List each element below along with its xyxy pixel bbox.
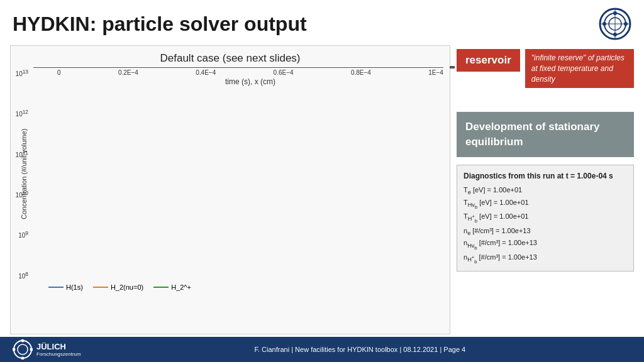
right-panel: reservoir "infinite reserve" of particle… [457, 45, 634, 334]
diag-line-ne: ne [#/cm³] = 1.00e+13 [464, 226, 627, 238]
svg-point-24 [13, 348, 16, 351]
reservoir-label: reservoir [465, 54, 511, 67]
svg-point-20 [14, 341, 31, 358]
y-tick-1e11: 1011 [16, 150, 28, 158]
x-tick-0.6e-4: 0.6E−4 [274, 69, 294, 76]
diag-line-nhvb: nHvb [#/cm³] = 1.00e+13 [464, 238, 627, 251]
legend-label-h2nu0: H_2(nu=0) [111, 283, 143, 291]
footer-julich-name: JÜLICH [36, 342, 81, 351]
svg-point-22 [21, 339, 25, 343]
svg-point-21 [18, 344, 28, 354]
diagnostics-title: Diagnostics from this run at t = 1.00e-0… [464, 170, 627, 182]
svg-point-23 [21, 357, 25, 360]
x-tick-1e-4: 1E−4 [428, 69, 443, 76]
legend-item-h2plus: H_2^+ [153, 283, 191, 291]
reservoir-row: reservoir "infinite reserve" of particle… [457, 49, 634, 88]
y-tick-1e9: 109 [18, 230, 28, 239]
diag-line-nhpb: nH+b [#/cm³] = 1.00e+13 [464, 252, 627, 266]
header: HYDKIN: particle solver output [0, 0, 644, 45]
chart-plot [33, 67, 443, 68]
main-content: Default case (see next slides) Concentra… [0, 45, 644, 334]
x-tick-0.4e-4: 0.4E−4 [196, 69, 216, 76]
reservoir-description: "infinite reserve" of particles at fixed… [525, 49, 634, 88]
equilibrium-box: Development of stationary equilibrium [457, 112, 634, 157]
x-tick-0.8e-4: 0.8E−4 [351, 69, 371, 76]
y-tick-1e8: 108 [18, 271, 28, 280]
legend-item-h2nu0: H_2(nu=0) [93, 283, 143, 291]
legend-line-h1s [48, 287, 64, 288]
chart-area: Concentration (#/unit volume) 1013 1012 … [17, 67, 443, 281]
chart-legend: H(1s) H_2(nu=0) H_2^+ [48, 283, 443, 291]
legend-label-h1s: H(1s) [66, 283, 83, 291]
julich-logo-icon [13, 339, 33, 359]
chart-title: Default case (see next slides) [17, 52, 443, 65]
legend-line-h2plus [153, 287, 169, 288]
chart-container: Default case (see next slides) Concentra… [10, 45, 450, 334]
bracket-top [450, 67, 455, 69]
footer-org: JÜLICH Forschungszentrum [36, 342, 81, 357]
y-tick-1e10: 1010 [16, 190, 28, 199]
svg-point-25 [30, 348, 33, 351]
x-tick-0.2e-4: 0.2E−4 [118, 69, 138, 76]
legend-label-h2plus: H_2^+ [171, 283, 191, 291]
y-axis-ticks: 1013 1012 1011 1010 109 108 [7, 67, 31, 281]
x-tick-0: 0 [57, 69, 61, 76]
equilibrium-label: Development of stationary equilibrium [465, 121, 600, 148]
bracket-bottom [450, 66, 455, 67]
header-logo-icon [599, 8, 631, 40]
diagnostics-box: Diagnostics from this run at t = 1.00e-0… [457, 165, 634, 272]
x-axis-ticks: 0 0.2E−4 0.4E−4 0.6E−4 0.8E−4 1E−4 [57, 68, 443, 76]
y-tick-1e12: 1012 [16, 109, 28, 118]
footer-sub: Forschungszentrum [36, 351, 81, 357]
diag-line-thvb: THvb [eV] = 1.00e+01 [464, 197, 627, 211]
y-tick-1e13: 1013 [16, 69, 28, 77]
legend-item-h1s: H(1s) [48, 283, 83, 291]
x-axis-label: time (s), x (cm) [57, 77, 443, 86]
reservoir-box: reservoir [457, 49, 520, 72]
footer-citation: F. Cianfrani | New facilities for HYDKIN… [89, 346, 631, 353]
diag-line-thpb: TH+b [eV] = 1.00e+01 [464, 211, 627, 225]
footer-logo: JÜLICH Forschungszentrum [13, 339, 81, 359]
footer: JÜLICH Forschungszentrum F. Cianfrani | … [0, 337, 644, 362]
diag-line-te: Te [eV] = 1.00e+01 [464, 185, 627, 197]
legend-line-h2nu0 [93, 287, 108, 288]
page-title: HYDKIN: particle solver output [13, 13, 307, 36]
